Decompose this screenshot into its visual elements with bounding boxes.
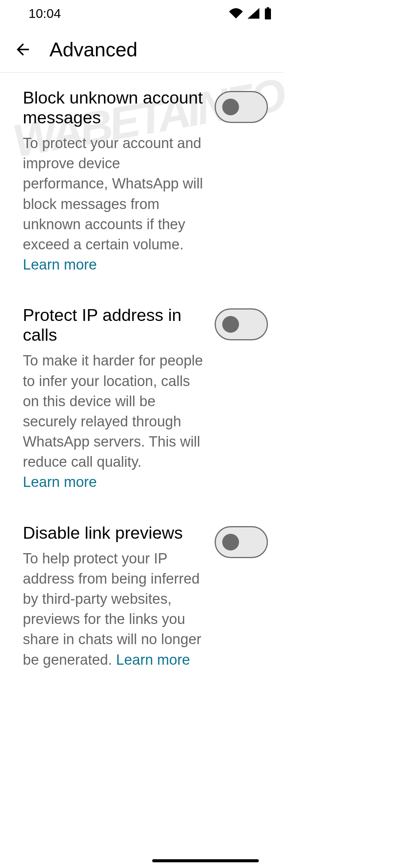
toggle-thumb [222,316,239,333]
status-bar: 10:04 [0,0,283,27]
toggle-protect-ip[interactable] [215,308,268,340]
battery-icon [264,7,272,19]
setting-block-unknown[interactable]: Block unknown account messages To protec… [0,73,283,290]
learn-more-link[interactable]: Learn more [23,257,97,273]
toggle-thumb [222,534,239,550]
toggle-block-unknown[interactable] [215,91,268,123]
setting-description: To protect your account and improve devi… [23,133,203,275]
page-title: Advanced [49,38,137,61]
toggle-thumb [222,99,239,115]
signal-icon [247,8,260,19]
setting-protect-ip[interactable]: Protect IP address in calls To make it h… [0,290,283,507]
back-button[interactable] [11,38,34,61]
setting-description: To help protect your IP address from bei… [23,549,203,670]
status-time: 10:04 [29,6,61,21]
setting-title: Block unknown account messages [23,88,203,128]
setting-title: Protect IP address in calls [23,305,203,345]
arrow-left-icon [14,40,32,59]
setting-title: Disable link previews [23,523,203,543]
setting-description: To make it harder for people to infer yo… [23,351,203,492]
settings-list: Block unknown account messages To protec… [0,73,283,685]
learn-more-link[interactable]: Learn more [23,474,97,490]
wifi-icon [229,8,243,19]
setting-disable-previews[interactable]: Disable link previews To help protect yo… [0,508,283,685]
status-icons [229,7,272,19]
toggle-disable-previews[interactable] [215,526,268,558]
header: Advanced [0,27,283,72]
learn-more-link[interactable]: Learn more [116,652,190,668]
